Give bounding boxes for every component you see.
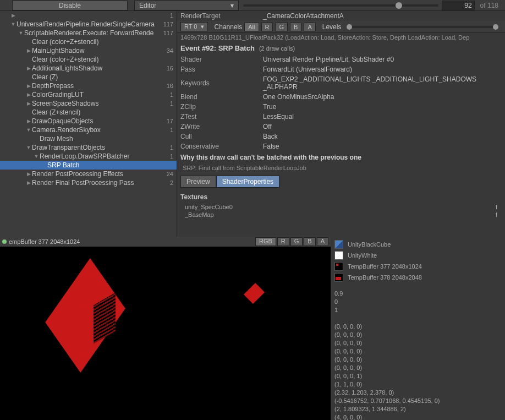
mode-dropdown[interactable]: Editor ▾: [134, 1, 239, 10]
batch-why-header: Why this draw call can't be batched with…: [177, 151, 505, 163]
texture-list-item[interactable]: UnityBlackCube: [334, 239, 502, 250]
tree-label: Draw Mesh: [40, 135, 173, 143]
tree-item[interactable]: ▼UniversalRenderPipeline.RenderSingleCam…: [0, 20, 177, 29]
tree-count: 1: [170, 100, 173, 107]
tree-count: 24: [167, 171, 173, 177]
tree-item[interactable]: ▶MainLightShadow34: [0, 46, 177, 55]
preview-canvas[interactable]: [0, 247, 331, 420]
prop-key: ZClip: [180, 103, 263, 111]
tree-item[interactable]: ▶1: [0, 11, 177, 20]
preview-a-button[interactable]: A: [317, 237, 328, 246]
prop-val: FOG_EXP2 _ADDITIONAL_LIGHTS _ADDITIONAL_…: [263, 75, 502, 91]
tree-label: Clear (Z+stencil): [32, 108, 173, 116]
event-tree[interactable]: ▶1▼UniversalRenderPipeline.RenderSingleC…: [0, 11, 177, 237]
tree-item[interactable]: ▶DrawOpaqueObjects17: [0, 117, 177, 126]
texture-name: unity_SpecCube0: [185, 204, 233, 210]
value-line: (0, 0, 0, 0): [334, 339, 502, 347]
tree-item[interactable]: ▶Render PostProcessing Effects24: [0, 170, 177, 178]
tree-toggle-icon[interactable]: ▼: [33, 154, 40, 159]
tree-item[interactable]: Clear (Z): [0, 73, 177, 81]
tree-item[interactable]: ▼ScriptableRenderer.Execute: ForwardRend…: [0, 29, 177, 37]
tab-shaderproperties[interactable]: ShaderProperties: [216, 176, 279, 188]
prop-key: Pass: [180, 66, 263, 73]
texture-list-item[interactable]: TempBuffer 378 2048x2048: [334, 272, 502, 283]
value-line: (0, 0, 0, 0): [334, 323, 502, 331]
tree-toggle-icon[interactable]: ▶: [25, 48, 32, 53]
details-panel: RenderTarget _CameraColorAttachmentA RT …: [177, 11, 505, 237]
chevron-down-icon: ▾: [230, 2, 234, 9]
value-line: (0, 0, 0, 0): [334, 331, 502, 339]
tree-label: AdditionalLightsShadow: [32, 64, 167, 72]
tab-preview[interactable]: Preview: [180, 176, 216, 188]
frame-slider[interactable]: [243, 4, 438, 7]
tree-count: 16: [167, 65, 173, 72]
tree-toggle-icon[interactable]: ▶: [25, 171, 32, 177]
tree-toggle-icon[interactable]: ▶: [25, 101, 32, 106]
tree-toggle-icon[interactable]: ▶: [25, 66, 32, 71]
tree-item[interactable]: ▼Camera.RenderSkybox1: [0, 126, 177, 134]
tree-item[interactable]: ▶ScreenSpaceShadows1: [0, 99, 177, 108]
texture-list-name: UnityWhite: [348, 252, 377, 259]
tree-label: Render Final PostProcessing Pass: [32, 179, 170, 187]
tree-label: Render PostProcessing Effects: [32, 170, 167, 178]
tree-toggle-icon[interactable]: ▼: [18, 30, 24, 36]
prop-val: LessEqual: [263, 113, 502, 121]
tree-toggle-icon[interactable]: ▶: [25, 83, 32, 89]
tree-item[interactable]: Clear (Z+stencil): [0, 108, 177, 117]
tree-count: 1: [170, 153, 173, 160]
value-line: 1: [334, 306, 502, 314]
texture-name: _BaseMap: [185, 211, 214, 218]
texture-list-item[interactable]: TempBuffer 377 2048x1024: [334, 261, 502, 272]
preview-title: empBuffer 377 2048x1024: [9, 238, 254, 245]
tree-toggle-icon[interactable]: ▶: [25, 180, 32, 186]
levels-slider[interactable]: [347, 26, 498, 28]
of-label: of 118: [478, 2, 501, 9]
tree-item[interactable]: ▼RenderLoop.DrawSRPBatcher1: [0, 152, 177, 161]
preview-g-button[interactable]: G: [290, 237, 303, 246]
value-line: (1, 1, 0, 0): [334, 380, 502, 389]
channels-label: Channels: [215, 23, 243, 31]
tree-toggle-icon[interactable]: ▶: [25, 118, 32, 124]
channel-r-button[interactable]: R: [261, 23, 273, 31]
tree-item[interactable]: ▶DepthPrepass16: [0, 81, 177, 90]
tree-item[interactable]: ▼DrawTransparentObjects1: [0, 143, 177, 152]
preview-rgb-button[interactable]: RGB: [255, 237, 276, 246]
channel-all-button[interactable]: All: [244, 23, 259, 31]
batch-why-reason: SRP: First call from ScriptableRenderLoo…: [177, 163, 505, 172]
prop-key: Conservative: [180, 143, 263, 150]
tree-item[interactable]: SRP Batch: [0, 161, 177, 170]
tree-toggle-icon[interactable]: ▼: [25, 145, 32, 150]
tree-label: SRP Batch: [47, 161, 173, 169]
value-line: 0.9: [334, 290, 502, 298]
channel-g-button[interactable]: G: [275, 23, 288, 31]
tree-label: DepthPrepass: [32, 82, 167, 90]
tree-toggle-icon[interactable]: ▶: [10, 13, 17, 18]
tree-toggle-icon[interactable]: ▼: [10, 21, 17, 27]
value-line: (0, 0, 0, 0): [334, 364, 502, 372]
tree-label: Clear (color+Z+stencil): [32, 38, 173, 46]
tree-toggle-icon[interactable]: ▶: [25, 92, 32, 97]
value-line: (2, 1.809323, 1.344886, 2): [334, 405, 502, 413]
tree-item[interactable]: ▶AdditionalLightsShadow16: [0, 64, 177, 73]
disable-button[interactable]: Disable: [12, 1, 128, 10]
tree-item[interactable]: Clear (color+Z+stencil): [0, 37, 177, 46]
tree-toggle-icon[interactable]: ▼: [25, 127, 32, 133]
channel-b-button[interactable]: B: [290, 23, 301, 31]
rt-dropdown[interactable]: RT 0 ▾: [180, 22, 208, 31]
texture-row[interactable]: unity_SpecCube0f: [177, 203, 505, 211]
frame-input[interactable]: [442, 1, 475, 10]
preview-b-button[interactable]: B: [304, 237, 315, 246]
prop-val: False: [263, 143, 502, 150]
channel-a-button[interactable]: A: [304, 23, 315, 31]
texture-row[interactable]: _BaseMapf: [177, 211, 505, 219]
slider-thumb[interactable]: [396, 2, 402, 9]
tree-item[interactable]: Draw Mesh: [0, 134, 177, 143]
tree-item[interactable]: Clear (color+Z+stencil): [0, 55, 177, 64]
mode-label: Editor: [139, 2, 156, 9]
texture-list-name: TempBuffer 377 2048x1024: [348, 263, 422, 270]
tree-item[interactable]: ▶Render Final PostProcessing Pass2: [0, 178, 177, 187]
tree-label: DrawTransparentObjects: [32, 144, 170, 151]
tree-item[interactable]: ▶ColorGradingLUT1: [0, 90, 177, 99]
preview-r-button[interactable]: R: [277, 237, 289, 246]
texture-list-item[interactable]: UnityWhite: [334, 250, 502, 261]
